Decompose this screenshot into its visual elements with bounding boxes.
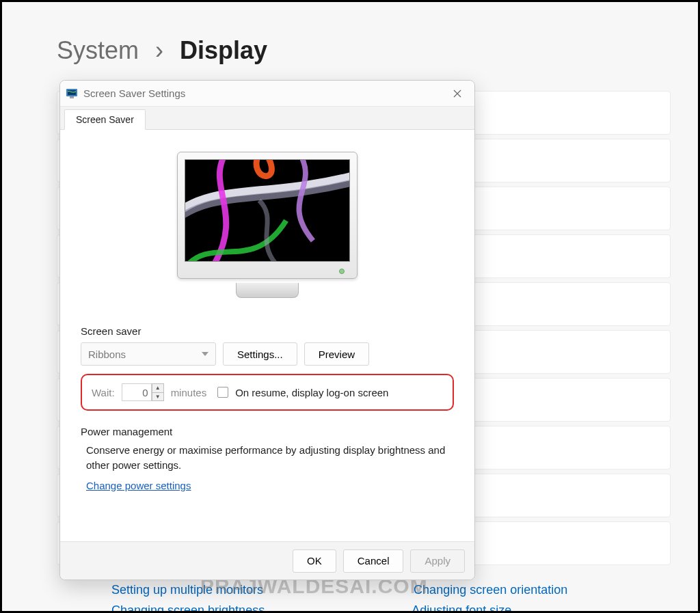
- wait-input[interactable]: [122, 383, 152, 401]
- cancel-button[interactable]: Cancel: [343, 549, 404, 573]
- change-power-settings-link[interactable]: Change power settings: [86, 480, 191, 491]
- ok-button[interactable]: OK: [293, 549, 336, 573]
- breadcrumb: System › Display: [57, 36, 650, 65]
- screensaver-select[interactable]: Ribbons: [81, 342, 216, 366]
- link-font-size[interactable]: Adjusting font size: [412, 603, 511, 613]
- svg-rect-1: [68, 90, 76, 95]
- breadcrumb-current: Display: [180, 36, 267, 64]
- screen-saver-settings-dialog: Screen Saver Settings Screen Saver: [59, 80, 475, 580]
- minutes-label: minutes: [171, 387, 207, 398]
- svg-rect-2: [70, 96, 74, 98]
- screensaver-select-value: Ribbons: [88, 349, 126, 360]
- chevron-right-icon: ›: [155, 36, 163, 64]
- link-screen-orientation[interactable]: Changing screen orientation: [414, 583, 567, 597]
- power-management-header: Power management: [81, 426, 454, 437]
- preview-button[interactable]: Preview: [304, 342, 369, 366]
- link-screen-brightness[interactable]: Changing screen brightness: [111, 603, 265, 613]
- wait-label: Wait:: [92, 387, 115, 398]
- chevron-down-icon: [202, 352, 208, 356]
- wait-spin-down[interactable]: ▼: [152, 392, 164, 401]
- screensaver-app-icon: [66, 87, 78, 100]
- on-resume-checkbox[interactable]: [217, 387, 228, 398]
- wait-spin-up[interactable]: ▲: [152, 383, 164, 392]
- apply-button[interactable]: Apply: [410, 549, 465, 573]
- wait-spinner[interactable]: ▲ ▼: [122, 383, 164, 401]
- dialog-title: Screen Saver Settings: [83, 87, 446, 99]
- screensaver-group-label: Screen saver: [81, 325, 454, 337]
- screensaver-preview-monitor: [177, 152, 358, 298]
- wait-row-highlight: Wait: ▲ ▼ minutes On resume, display log…: [81, 374, 454, 411]
- close-button[interactable]: [446, 84, 469, 103]
- on-resume-label: On resume, display log-on screen: [235, 387, 388, 398]
- settings-button[interactable]: Settings...: [223, 342, 297, 366]
- tab-screen-saver[interactable]: Screen Saver: [64, 109, 146, 130]
- power-management-description: Conserve energy or maximise performance …: [86, 443, 454, 473]
- breadcrumb-parent[interactable]: System: [57, 36, 139, 64]
